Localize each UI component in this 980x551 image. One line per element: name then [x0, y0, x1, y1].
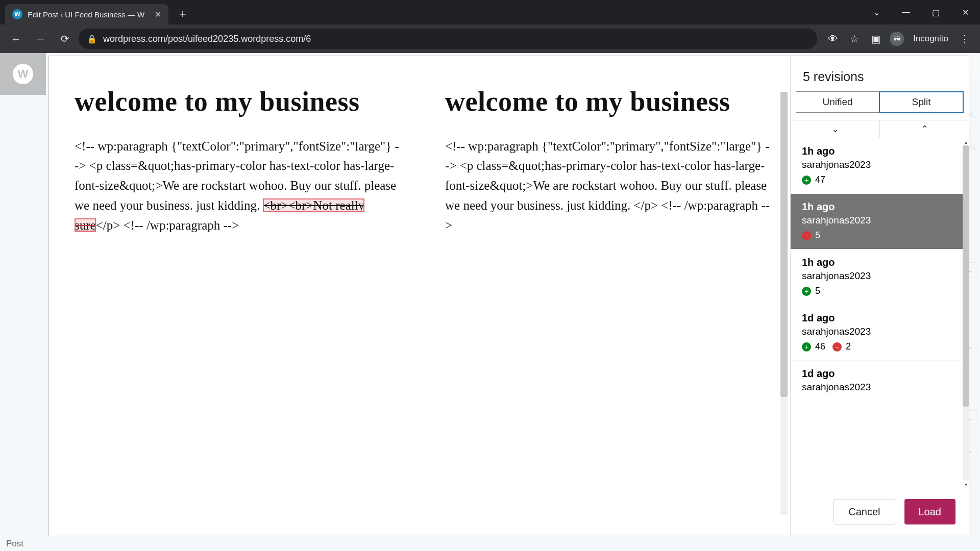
- list-scroll-down-icon[interactable]: ▾: [963, 481, 969, 488]
- url-text: wordpress.com/post/uifeed20235.wordpress…: [103, 34, 311, 44]
- revision-list[interactable]: ▴ ▾ 1h agosarahjonas2023+471h agosarahjo…: [791, 138, 969, 488]
- revision-author: sarahjonas2023: [802, 270, 958, 282]
- revision-time: 1d ago: [802, 312, 958, 324]
- removed-icon: −: [832, 342, 842, 352]
- cancel-button[interactable]: Cancel: [834, 499, 895, 524]
- revision-author: sarahjonas2023: [802, 326, 958, 337]
- browser-tab[interactable]: W Edit Post ‹ UI Feed Business — W ✕: [5, 4, 168, 24]
- added-count: 5: [815, 286, 820, 296]
- prev-revision-button[interactable]: ⌄: [791, 120, 880, 138]
- revision-badges: +47: [802, 174, 958, 185]
- tab-title: Edit Post ‹ UI Feed Business — W: [28, 10, 150, 19]
- added-count: 47: [815, 174, 825, 185]
- revision-badges: −5: [802, 230, 958, 241]
- window-close-button[interactable]: ✕: [950, 2, 980, 22]
- diff-column-before: welcome to my business <!-- wp:paragraph…: [49, 56, 420, 536]
- forward-button: →: [30, 28, 51, 49]
- added-icon: +: [802, 342, 811, 352]
- list-scrollbar[interactable]: [963, 145, 969, 481]
- new-tab-button[interactable]: ＋: [175, 6, 191, 22]
- removed-count: 5: [815, 230, 820, 241]
- revision-author: sarahjonas2023: [802, 159, 958, 170]
- menu-dots-icon[interactable]: ⋮: [954, 33, 975, 45]
- window-maximize-button[interactable]: ▢: [921, 2, 950, 22]
- extensions-icon[interactable]: ▣: [868, 31, 884, 46]
- diff-body-after: <!-- wp:paragraph {"textColor":"primary"…: [445, 137, 770, 236]
- added-count: 46: [815, 341, 825, 352]
- incognito-label: Incognito: [913, 34, 948, 44]
- revision-item[interactable]: 1d agosarahjonas2023+46−2: [791, 305, 969, 361]
- diff-column-after: welcome to my business <!-- wp:paragraph…: [420, 56, 790, 536]
- added-icon: +: [802, 287, 811, 296]
- address-bar[interactable]: 🔒 wordpress.com/post/uifeed20235.wordpre…: [79, 29, 817, 49]
- lock-icon: 🔒: [87, 34, 97, 44]
- reload-button[interactable]: ⟳: [54, 28, 76, 49]
- revision-time: 1h ago: [802, 257, 958, 268]
- revision-badges: +46−2: [802, 341, 958, 352]
- revision-author: sarahjonas2023: [802, 382, 958, 393]
- revision-badges: +5: [802, 286, 958, 296]
- window-minimize-button[interactable]: ―: [891, 2, 921, 22]
- revision-item[interactable]: 1h agosarahjonas2023−5: [791, 194, 969, 249]
- status-bar-label: Post: [6, 539, 23, 549]
- removed-icon: −: [802, 231, 811, 240]
- revision-item[interactable]: 1h agosarahjonas2023+5: [791, 249, 969, 305]
- view-unified-button[interactable]: Unified: [796, 91, 879, 113]
- back-button[interactable]: ←: [5, 28, 27, 49]
- revision-time: 1h ago: [802, 201, 958, 213]
- bookmark-star-icon[interactable]: ☆: [847, 31, 862, 46]
- diff-view-segmented: Unified Split: [791, 91, 969, 120]
- revisions-modal: welcome to my business <!-- wp:paragraph…: [49, 56, 969, 536]
- next-revision-button[interactable]: ⌃: [880, 120, 969, 138]
- revision-item[interactable]: 1h agosarahjonas2023+47: [791, 138, 969, 194]
- diff-body-before: <!-- wp:paragraph {"textColor":"primary"…: [75, 137, 399, 236]
- revision-time: 1h ago: [802, 145, 958, 157]
- incognito-avatar-icon[interactable]: 🕶: [890, 32, 904, 46]
- chevron-down-icon[interactable]: ⌄: [862, 2, 891, 22]
- revision-item[interactable]: 1d agosarahjonas2023: [791, 361, 969, 402]
- removed-count: 2: [846, 341, 851, 352]
- post-title-before: welcome to my business: [75, 86, 399, 118]
- view-split-button[interactable]: Split: [879, 91, 964, 113]
- added-icon: +: [802, 176, 811, 185]
- revision-time: 1d ago: [802, 368, 958, 380]
- revisions-sidebar: 5 revisions Unified Split ⌄ ⌃ ▴ ▾ 1h ago…: [790, 56, 969, 536]
- wordpress-favicon-icon: W: [12, 9, 22, 19]
- revisions-heading: 5 revisions: [791, 56, 969, 91]
- post-title-after: welcome to my business: [445, 86, 770, 118]
- close-tab-icon[interactable]: ✕: [155, 10, 161, 19]
- revision-author: sarahjonas2023: [802, 215, 958, 226]
- eye-off-icon[interactable]: 👁: [825, 31, 841, 46]
- removed-text-2: sure: [75, 218, 96, 232]
- removed-text-1: <br><br>Not really: [263, 198, 364, 212]
- load-button[interactable]: Load: [904, 499, 956, 524]
- list-scroll-up-icon[interactable]: ▴: [963, 138, 969, 145]
